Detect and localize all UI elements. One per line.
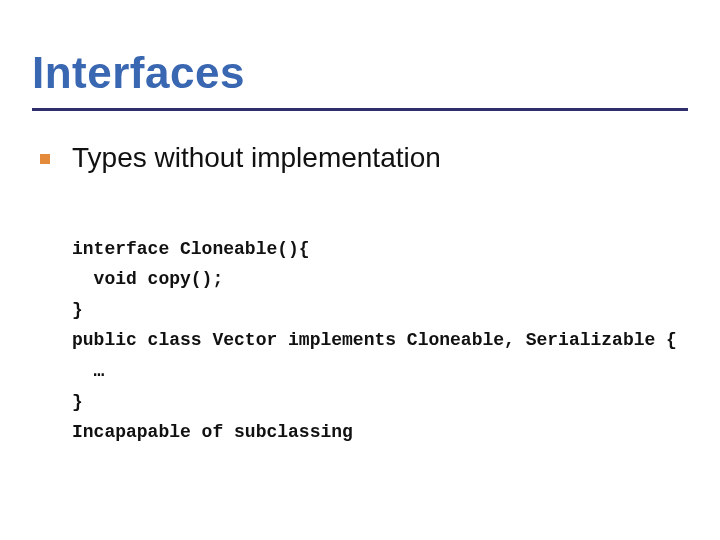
- code-line: void copy();: [72, 269, 223, 289]
- code-line: }: [72, 300, 83, 320]
- code-line: interface Cloneable(){: [72, 239, 310, 259]
- code-line: public class Vector implements Cloneable…: [72, 330, 677, 350]
- square-bullet-icon: [40, 154, 50, 164]
- title-underline: [32, 108, 688, 111]
- code-block: interface Cloneable(){ void copy(); } pu…: [72, 203, 680, 478]
- bullet-text: Types without implementation: [72, 140, 441, 175]
- code-line: }: [72, 392, 83, 412]
- slide-body: Types without implementation interface C…: [40, 140, 680, 478]
- slide-title: Interfaces: [32, 48, 245, 98]
- slide: Interfaces Types without implementation …: [0, 0, 720, 540]
- code-line: …: [72, 361, 104, 381]
- code-line: Incapapable of subclassing: [72, 422, 353, 442]
- bullet-item: Types without implementation: [40, 140, 680, 175]
